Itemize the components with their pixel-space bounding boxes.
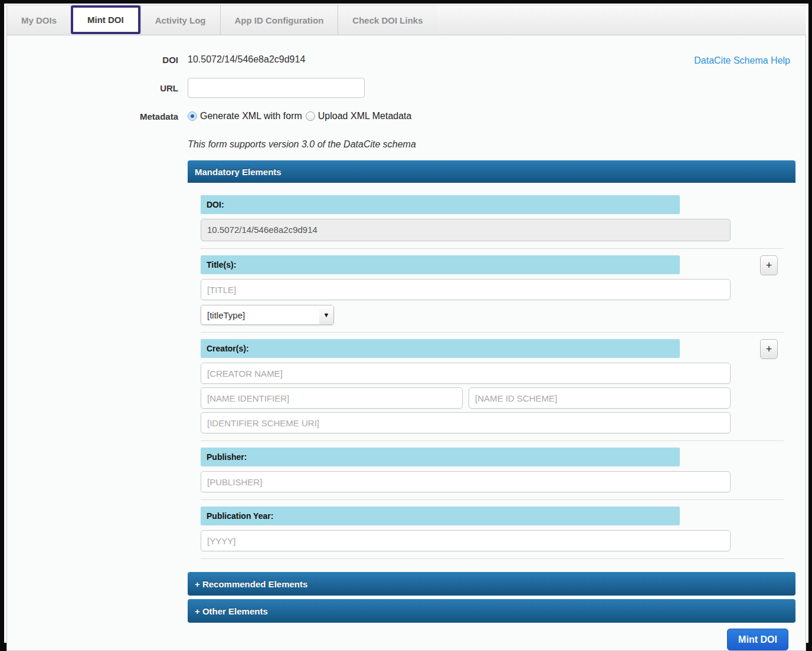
mint-doi-button[interactable]: Mint DOI xyxy=(727,629,788,650)
tab-my-dois[interactable]: My DOIs xyxy=(6,5,71,35)
publisher-input[interactable] xyxy=(201,471,731,492)
section-divider xyxy=(201,332,784,333)
tab-activity-log[interactable]: Activity Log xyxy=(140,5,220,35)
mandatory-elements-panel: Mandatory Elements DOI: 10.5072/14/546e8… xyxy=(188,160,795,568)
radio-unselected-icon[interactable] xyxy=(306,111,315,121)
add-title-button[interactable]: + xyxy=(760,255,778,275)
identifier-scheme-uri-input[interactable] xyxy=(201,412,731,433)
radio-generate-xml-label: Generate XML with form xyxy=(200,111,302,121)
section-publisher: Publisher: xyxy=(201,448,784,492)
section-divider xyxy=(201,558,784,559)
url-label: URL xyxy=(7,83,178,93)
section-creators-label: Creator(s): xyxy=(201,339,680,358)
recommended-elements-header[interactable]: + Recommended Elements xyxy=(188,572,795,596)
doi-readonly-field: 10.5072/14/546e8a2c9d914 xyxy=(201,219,731,241)
tab-mint-doi[interactable]: Mint DOI xyxy=(71,5,140,34)
datacite-schema-help-link[interactable]: DataCite Schema Help xyxy=(694,55,790,66)
tab-bar: My DOIs Mint DOI Activity Log App ID Con… xyxy=(6,5,806,35)
mandatory-elements-header[interactable]: Mandatory Elements xyxy=(188,160,795,183)
radio-generate-xml[interactable]: Generate XML with form xyxy=(188,111,302,121)
radio-upload-xml-label: Upload XML Metadata xyxy=(318,111,412,121)
actions-bar: Mint DOI xyxy=(188,623,795,650)
section-doi-label: DOI: xyxy=(201,195,680,214)
radio-selected-icon[interactable] xyxy=(188,111,197,121)
mandatory-elements-body: DOI: 10.5072/14/546e8a2c9d914 Title(s): … xyxy=(188,183,795,568)
chevron-down-icon[interactable]: ▼ xyxy=(319,305,333,324)
tab-bar-filler xyxy=(437,5,806,35)
section-creators: Creator(s): + xyxy=(201,339,784,433)
metadata-row: Metadata Generate XML with form Upload X… xyxy=(7,111,806,121)
url-row: URL xyxy=(7,78,806,98)
section-titles-label: Title(s): xyxy=(201,255,680,274)
tab-check-doi-links[interactable]: Check DOI Links xyxy=(338,5,437,35)
schema-version-note: This form supports version 3.0 of the Da… xyxy=(188,139,806,150)
app-window: My DOIs Mint DOI Activity Log App ID Con… xyxy=(0,0,812,651)
add-creator-button[interactable]: + xyxy=(760,339,778,359)
section-publication-year: Publication Year: xyxy=(201,507,784,551)
title-type-select[interactable]: [titleType] ▼ xyxy=(201,305,334,325)
section-divider xyxy=(201,248,784,249)
metadata-label: Metadata xyxy=(7,111,178,121)
mint-doi-page: DataCite Schema Help DOI 10.5072/14/546e… xyxy=(6,35,806,651)
title-type-selected-value: [titleType] xyxy=(201,310,319,320)
section-publisher-label: Publisher: xyxy=(201,448,680,466)
url-input[interactable] xyxy=(188,78,365,98)
title-input[interactable] xyxy=(201,279,731,300)
tab-app-id-configuration[interactable]: App ID Configuration xyxy=(220,5,338,35)
section-divider xyxy=(201,440,784,441)
radio-upload-xml[interactable]: Upload XML Metadata xyxy=(306,111,412,121)
creator-name-input[interactable] xyxy=(201,363,731,384)
name-identifier-input[interactable] xyxy=(201,387,463,409)
doi-row: DOI 10.5072/14/546e8a2c9d914 xyxy=(7,54,806,65)
publication-year-input[interactable] xyxy=(201,530,731,551)
metadata-radio-group: Generate XML with form Upload XML Metada… xyxy=(188,111,806,121)
section-divider xyxy=(201,499,784,500)
section-publication-year-label: Publication Year: xyxy=(201,507,680,525)
section-doi: DOI: 10.5072/14/546e8a2c9d914 xyxy=(201,195,784,241)
creator-identifier-row xyxy=(201,387,784,409)
doi-label: DOI xyxy=(7,55,178,65)
section-titles: Title(s): + [titleType] ▼ xyxy=(201,255,784,325)
name-id-scheme-input[interactable] xyxy=(469,387,731,409)
other-elements-header[interactable]: + Other Elements xyxy=(188,599,795,623)
